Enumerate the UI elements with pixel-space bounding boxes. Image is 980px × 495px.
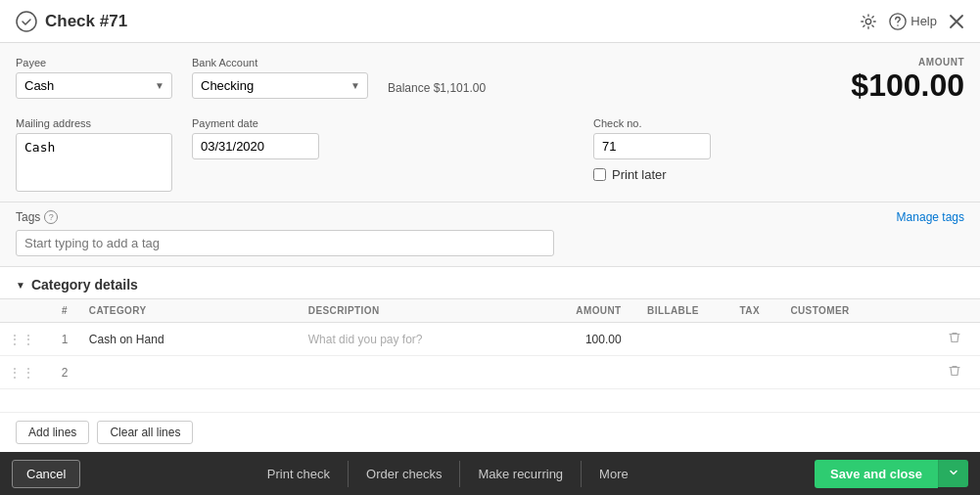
add-lines-row: Add lines Clear all lines — [0, 412, 980, 452]
table-row: ⋮⋮ 2 — [0, 356, 980, 389]
row-description[interactable] — [301, 356, 520, 389]
mailing-address-group: Mailing address Cash — [16, 117, 172, 192]
bank-account-field-group: Bank Account Checking ▼ — [192, 57, 368, 99]
table-wrap: # CATEGORY DESCRIPTION AMOUNT BILLABLE T… — [0, 298, 980, 412]
delete-row-button[interactable] — [944, 362, 965, 382]
category-section: ▼ Category details # CATEGORY DESCRIPTIO… — [0, 267, 980, 452]
payment-date-group: Payment date — [192, 117, 319, 159]
trash-icon — [948, 331, 961, 344]
row-number: 2 — [48, 356, 81, 389]
order-checks-button[interactable]: Order checks — [349, 461, 460, 487]
col-header-num: # — [48, 299, 81, 323]
payment-date-label: Payment date — [192, 117, 319, 129]
footer-right: Save and close — [815, 460, 968, 488]
col-header-customer: CUSTOMER — [782, 299, 936, 323]
header: Check #71 Help — [0, 0, 980, 43]
print-later-label: Print later — [612, 167, 667, 182]
chevron-down-icon — [949, 468, 958, 477]
top-row: Payee Cash ▼ Bank Account Checking ▼ Bal… — [16, 57, 964, 104]
footer-left: Cancel — [12, 460, 80, 488]
bank-account-select-wrap: Checking ▼ — [192, 72, 368, 99]
print-check-button[interactable]: Print check — [250, 461, 349, 487]
settings-button[interactable] — [860, 13, 877, 30]
drag-handle-icon[interactable]: ⋮⋮ — [8, 332, 35, 347]
row-category[interactable]: Cash on Hand — [81, 323, 301, 356]
header-right: Help — [860, 13, 964, 30]
collapse-icon[interactable]: ▼ — [16, 280, 25, 291]
balance-text: Balance $1,101.00 — [388, 81, 486, 95]
description-placeholder: What did you pay for? — [308, 333, 423, 346]
svg-point-3 — [898, 24, 899, 25]
page-title: Check #71 — [45, 12, 127, 31]
table-row: ⋮⋮ 1 Cash on Hand What did you pay for? … — [0, 323, 980, 356]
footer: Cancel Print check Order checks Make rec… — [0, 452, 980, 495]
clear-all-lines-button[interactable]: Clear all lines — [97, 421, 193, 444]
add-lines-button[interactable]: Add lines — [16, 421, 89, 444]
category-header: ▼ Category details — [0, 267, 980, 298]
row-tax[interactable] — [717, 323, 782, 356]
col-header-description: DESCRIPTION — [301, 299, 520, 323]
table-body: ⋮⋮ 1 Cash on Hand What did you pay for? … — [0, 323, 980, 389]
manage-tags-link[interactable]: Manage tags — [897, 210, 964, 224]
payee-field-group: Payee Cash ▼ — [16, 57, 172, 99]
save-and-close-button[interactable]: Save and close — [815, 460, 938, 488]
mailing-address-label: Mailing address — [16, 117, 172, 129]
col-header-actions — [936, 299, 980, 323]
close-button[interactable] — [949, 14, 964, 29]
check-icon — [16, 11, 37, 32]
trash-icon — [948, 364, 961, 378]
delete-row-button[interactable] — [944, 329, 965, 349]
print-later-checkbox[interactable] — [593, 168, 606, 181]
row-billable[interactable] — [630, 323, 718, 356]
drag-handle-icon[interactable]: ⋮⋮ — [8, 365, 35, 381]
help-label: Help — [910, 14, 937, 28]
payment-date-input[interactable] — [192, 133, 319, 159]
cancel-button[interactable]: Cancel — [12, 460, 80, 488]
more-button[interactable]: More — [582, 461, 646, 487]
col-header-tax: TAX — [717, 299, 782, 323]
tags-label-group: Tags ? — [16, 210, 58, 224]
mailing-address-input[interactable]: Cash — [16, 133, 172, 192]
second-row: Mailing address Cash Payment date Check … — [16, 117, 964, 192]
payee-select[interactable]: Cash — [16, 72, 172, 99]
tags-label-text: Tags — [16, 210, 40, 224]
make-recurring-button[interactable]: Make recurring — [460, 461, 582, 487]
help-button[interactable]: Help — [889, 13, 937, 30]
col-header-amount: AMOUNT — [520, 299, 630, 323]
payee-select-wrap: Cash ▼ — [16, 72, 172, 99]
drag-handle-cell: ⋮⋮ — [0, 323, 48, 356]
close-icon — [949, 14, 964, 29]
table-header-row: # CATEGORY DESCRIPTION AMOUNT BILLABLE T… — [0, 299, 980, 323]
row-delete-cell — [936, 323, 980, 356]
col-header-drag — [0, 299, 48, 323]
category-title: Category details — [31, 277, 138, 292]
row-category[interactable] — [81, 356, 301, 389]
row-customer[interactable] — [782, 323, 936, 356]
row-number: 1 — [48, 323, 81, 356]
header-left: Check #71 — [16, 11, 127, 32]
row-customer[interactable] — [782, 356, 936, 389]
payee-label: Payee — [16, 57, 172, 68]
check-no-label: Check no. — [593, 117, 711, 129]
row-billable[interactable] — [630, 356, 718, 389]
row-amount[interactable]: 100.00 — [520, 323, 630, 356]
svg-point-0 — [17, 12, 36, 31]
row-amount[interactable] — [520, 356, 630, 389]
form-area: Payee Cash ▼ Bank Account Checking ▼ Bal… — [0, 43, 980, 202]
tags-info-icon[interactable]: ? — [44, 210, 58, 224]
save-close-dropdown-button[interactable] — [938, 460, 968, 487]
tags-header: Tags ? Manage tags — [16, 210, 964, 224]
col-header-billable: BILLABLE — [630, 299, 718, 323]
amount-section: AMOUNT $100.00 — [851, 57, 964, 104]
tags-input[interactable] — [16, 230, 554, 256]
help-icon — [889, 13, 907, 30]
bank-account-select[interactable]: Checking — [192, 72, 368, 99]
col-header-category: CATEGORY — [81, 299, 301, 323]
category-table: # CATEGORY DESCRIPTION AMOUNT BILLABLE T… — [0, 298, 980, 389]
check-no-group: Check no. Print later — [593, 117, 711, 182]
row-description[interactable]: What did you pay for? — [301, 323, 520, 356]
bank-account-label: Bank Account — [192, 57, 368, 68]
drag-handle-cell: ⋮⋮ — [0, 356, 48, 389]
check-no-input[interactable] — [593, 133, 711, 159]
row-tax[interactable] — [717, 356, 782, 389]
